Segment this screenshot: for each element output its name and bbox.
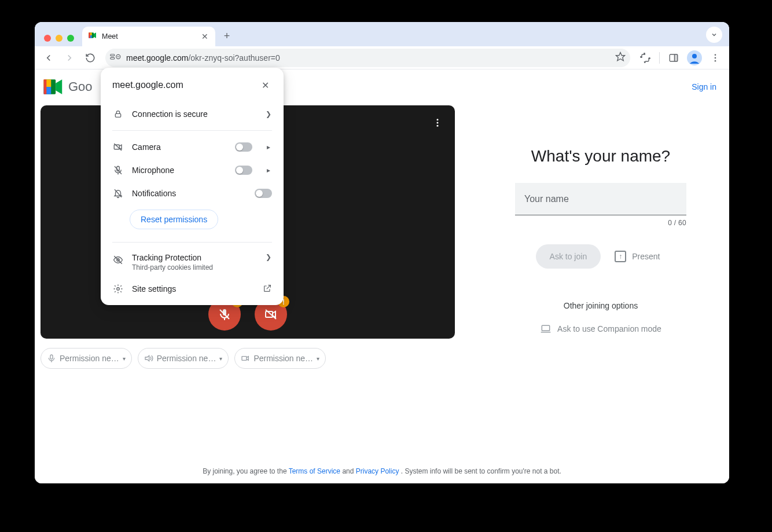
svg-rect-20 [44,79,47,94]
tos-link[interactable]: Terms of Service [289,467,340,475]
mic-permission-row[interactable]: Microphone ▸ [112,159,272,182]
laptop-icon [540,323,552,335]
maximize-window-button[interactable] [67,35,74,42]
close-window-button[interactable] [44,35,51,42]
mic-icon [47,354,56,363]
notifications-permission-row[interactable]: Notifications [112,182,272,205]
tracking-protection-row[interactable]: Tracking Protection Third-party cookies … [112,247,272,277]
reset-permissions-button[interactable]: Reset permissions [130,210,218,229]
footer-text: By joining, you agree to the Terms of Se… [35,467,729,475]
join-column: What's your name? 0 / 60 Ask to join ↑ P… [478,105,723,369]
present-icon: ↑ [615,251,626,262]
chevron-down-icon: ▾ [317,355,319,362]
address-bar[interactable]: meet.google.com/okr-znyq-soi?authuser=0 [105,49,630,67]
meet-logo: Goo [43,78,93,96]
svg-point-15 [715,57,716,58]
ask-to-join-button[interactable]: Ask to join [536,244,601,269]
chevron-right-icon: ▸ [265,166,272,174]
chrome-menu-button[interactable] [706,49,725,67]
lock-icon [112,108,124,120]
chevron-down-icon: ▾ [219,355,222,362]
mic-device-chip[interactable]: Permission ne…▾ [41,348,132,369]
name-field-wrapper [515,183,686,215]
camera-icon [241,354,250,363]
svg-rect-5 [111,57,115,59]
camera-off-icon [112,141,124,153]
gear-icon [112,283,124,295]
name-input[interactable] [515,183,686,215]
divider [112,242,272,243]
tab-strip: Meet ✕ + [35,22,729,46]
svg-point-14 [715,54,716,56]
svg-rect-3 [89,32,90,38]
mic-off-icon [112,164,124,176]
site-settings-row[interactable]: Site settings [112,277,272,300]
svg-rect-35 [115,113,120,117]
svg-rect-29 [50,355,53,359]
camera-device-chip[interactable]: Permission ne…▾ [234,348,326,369]
preview-more-button[interactable] [431,116,444,130]
meet-favicon-icon [88,31,97,42]
device-chips: Permission ne…▾ Permission ne…▾ Permissi… [41,348,455,369]
svg-point-13 [692,54,697,58]
new-tab-button[interactable]: + [219,28,235,44]
tab-close-button[interactable]: ✕ [200,32,209,41]
chevron-down-icon: ▾ [123,355,126,362]
tab-dropdown-button[interactable] [706,27,722,43]
back-button[interactable] [39,49,58,67]
meet-logo-icon [43,78,65,96]
extensions-button[interactable] [636,49,655,67]
join-buttons: Ask to join ↑ Present [536,244,666,269]
svg-rect-32 [242,357,247,361]
svg-point-23 [437,125,439,127]
svg-rect-33 [542,325,549,331]
brand-text: Goo [68,79,93,94]
popup-close-button[interactable]: ✕ [258,78,272,92]
bookmark-button[interactable] [615,52,626,64]
reload-button[interactable] [81,49,100,67]
external-link-icon [263,284,272,295]
svg-rect-11 [675,54,678,61]
browser-window: Meet ✕ + meet.google.com/okr-znyq-soi?au… [35,22,729,483]
chevron-right-icon: ❯ [265,110,272,118]
site-info-button[interactable] [110,52,122,64]
chevron-right-icon: ❯ [265,253,272,261]
tab-title: Meet [102,32,196,41]
notifications-toggle[interactable] [255,189,272,198]
speaker-icon [144,354,153,363]
svg-marker-8 [616,52,625,60]
chevron-right-icon: ▸ [265,143,272,151]
window-controls [42,35,79,46]
toolbar-divider [659,52,660,64]
svg-point-44 [117,288,120,291]
bell-off-icon [112,188,124,199]
svg-marker-31 [145,355,149,361]
eye-off-icon [112,254,124,266]
site-info-popup: meet.google.com ✕ Connection is secure ❯… [101,68,284,305]
connection-secure-row[interactable]: Connection is secure ❯ [112,102,272,126]
tab-meet[interactable]: Meet ✕ [82,27,215,46]
name-prompt: What's your name? [531,147,670,166]
svg-point-22 [437,122,439,124]
minimize-window-button[interactable] [56,35,63,42]
mic-toggle[interactable] [235,166,252,175]
divider [112,130,272,131]
char-counter: 0 / 60 [515,219,686,227]
speaker-device-chip[interactable]: Permission ne…▾ [138,348,229,369]
camera-toggle[interactable] [235,142,252,152]
present-button[interactable]: ↑ Present [609,245,666,268]
popup-domain: meet.google.com [112,80,183,90]
profile-button[interactable] [685,49,704,67]
forward-button[interactable] [60,49,79,67]
other-options-heading: Other joining options [564,301,638,310]
toolbar: meet.google.com/okr-znyq-soi?authuser=0 [35,46,729,69]
url-text: meet.google.com/okr-znyq-soi?authuser=0 [126,53,611,63]
svg-point-16 [715,60,716,61]
privacy-link[interactable]: Privacy Policy [356,467,399,475]
svg-rect-4 [111,54,115,56]
signin-link[interactable]: Sign in [692,82,716,91]
side-panel-button[interactable] [664,49,683,67]
svg-point-21 [437,119,439,120]
camera-permission-row[interactable]: Camera ▸ [112,135,272,159]
companion-mode-button[interactable]: Ask to use Companion mode [540,323,661,335]
